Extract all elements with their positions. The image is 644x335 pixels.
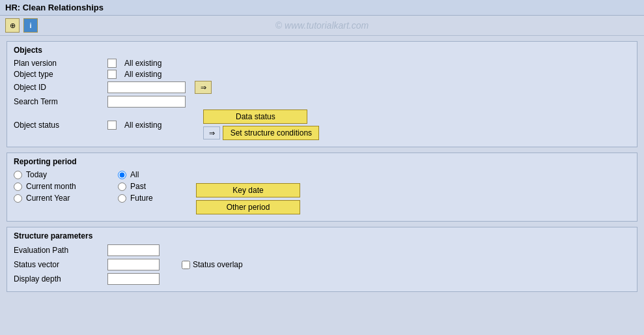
object-id-arrow-btn[interactable]: ⇒ (195, 81, 212, 94)
other-period-button[interactable]: Other period (196, 200, 300, 214)
reporting-col3: Key date Other period (196, 170, 300, 214)
current-month-radio[interactable] (14, 182, 22, 191)
reporting-col1: Today Current month Current Year (14, 170, 118, 203)
past-label: Past (130, 182, 146, 191)
all-radio[interactable] (118, 171, 126, 179)
future-radio-row: Future (118, 194, 189, 203)
set-structure-button[interactable]: Set structure conditions (223, 126, 319, 140)
reporting-col2: All Past Future (118, 170, 189, 203)
all-radio-row: All (118, 170, 189, 179)
object-type-label: Object type (14, 70, 105, 79)
search-term-label: Search Term (14, 97, 105, 106)
display-depth-row: Display depth (14, 273, 630, 285)
reporting-title: Reporting period (14, 157, 630, 166)
today-label: Today (26, 170, 47, 179)
info-icon[interactable]: i (23, 18, 38, 33)
toolbar: ⊕ i © www.tutorialkart.com (0, 16, 644, 36)
object-type-suffix: All existing (124, 70, 161, 79)
display-depth-label: Display depth (14, 274, 105, 284)
today-radio-row: Today (14, 170, 118, 179)
object-type-checkbox[interactable] (107, 70, 117, 79)
object-id-input[interactable] (107, 81, 186, 93)
current-year-radio-row: Current Year (14, 194, 118, 203)
status-vector-input[interactable] (107, 259, 160, 270)
structure-title: Structure parameters (14, 231, 630, 240)
evaluation-path-input[interactable] (107, 244, 160, 256)
current-year-radio[interactable] (14, 194, 22, 203)
set-structure-row: ⇒ Set structure conditions (203, 126, 319, 140)
title-bar: HR: Clean Relationships (0, 0, 644, 16)
object-type-row: Object type All existing (14, 70, 630, 79)
status-overlap-container: Status overlap (182, 260, 243, 269)
objects-title: Objects (14, 46, 630, 55)
object-id-row: Object ID ⇒ (14, 81, 630, 94)
object-status-label: Object status (14, 121, 105, 130)
back-icon[interactable]: ⊕ (5, 18, 20, 33)
object-status-checkbox[interactable] (107, 121, 117, 130)
current-month-radio-row: Current month (14, 182, 118, 191)
display-depth-input[interactable] (107, 273, 160, 285)
today-radio[interactable] (14, 171, 22, 179)
all-label: All (130, 170, 139, 179)
past-radio-row: Past (118, 182, 189, 191)
future-label: Future (130, 194, 153, 203)
current-month-label: Current month (26, 182, 76, 191)
reporting-section: Reporting period Today Current month Cur… (7, 153, 637, 222)
status-vector-row: Status vector Status overlap (14, 259, 630, 270)
plan-version-label: Plan version (14, 59, 105, 68)
evaluation-path-row: Evaluation Path (14, 244, 630, 256)
objects-section: Objects Plan version All existing Object… (7, 41, 637, 147)
search-term-input[interactable] (107, 96, 186, 108)
object-id-label: Object ID (14, 83, 105, 92)
object-status-row: Object status All existing Data status ⇒… (14, 109, 630, 140)
watermark: © www.tutorialkart.com (275, 20, 369, 31)
current-year-label: Current Year (26, 194, 70, 203)
page-title: HR: Clean Relationships (5, 3, 104, 12)
search-term-row: Search Term (14, 96, 630, 108)
set-structure-arrow: ⇒ (203, 126, 220, 139)
plan-version-suffix: All existing (124, 59, 161, 68)
object-status-suffix: All existing (124, 121, 161, 130)
key-date-button[interactable]: Key date (196, 183, 300, 197)
status-overlap-label: Status overlap (193, 260, 243, 269)
future-radio[interactable] (118, 194, 126, 203)
past-radio[interactable] (118, 182, 126, 191)
plan-version-row: Plan version All existing (14, 59, 630, 68)
evaluation-path-label: Evaluation Path (14, 246, 105, 255)
status-overlap-checkbox[interactable] (182, 261, 190, 269)
status-vector-label: Status vector (14, 260, 105, 269)
structure-section: Structure parameters Evaluation Path Sta… (7, 227, 637, 292)
data-status-button[interactable]: Data status (203, 109, 307, 124)
plan-version-checkbox[interactable] (107, 59, 117, 68)
